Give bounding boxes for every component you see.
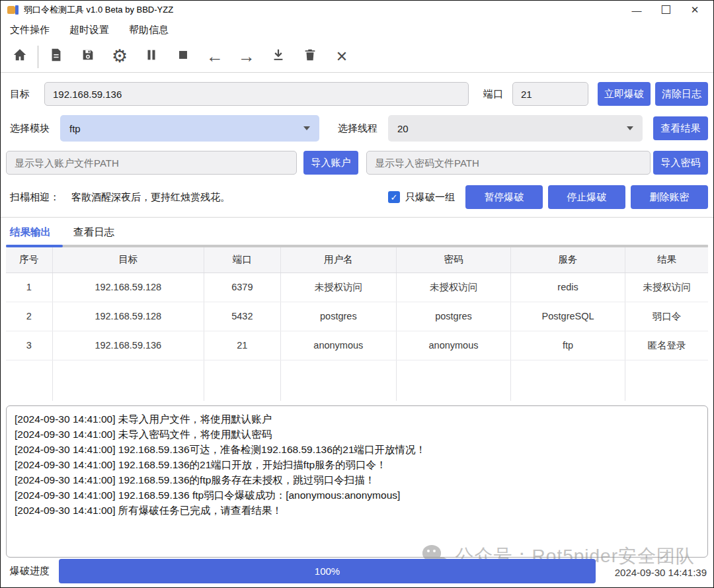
import-account-button[interactable]: 导入账户 bbox=[303, 151, 358, 175]
forward-button[interactable]: → bbox=[234, 44, 259, 69]
download-button[interactable] bbox=[266, 44, 291, 69]
download-icon bbox=[271, 48, 286, 66]
target-row: 目标 端口 立即爆破 清除日志 bbox=[6, 77, 708, 111]
arrow-left-icon: ← bbox=[206, 46, 223, 67]
col-password: 密码 bbox=[396, 247, 510, 273]
status-bar: 爆破进度 100% 2024-09-30 14:41:39 bbox=[1, 558, 713, 587]
delete-button[interactable] bbox=[298, 44, 323, 69]
col-result: 结果 bbox=[625, 247, 708, 273]
table-header-row: 序号 目标 端口 用户名 密码 服务 结果 bbox=[6, 247, 708, 273]
progress-fill: 100% bbox=[59, 559, 596, 583]
module-row: 选择模块 ftp 选择线程 20 查看结果 bbox=[6, 111, 708, 146]
col-target: 目标 bbox=[52, 247, 204, 273]
log-line: [2024-09-30 14:41:00] 未导入用户文件，将使用默认账户 bbox=[15, 411, 699, 427]
stop-attack-button[interactable]: 停止爆破 bbox=[548, 185, 625, 209]
table-row[interactable]: 1 192.168.59.128 6379 未授权访问 未授权访问 redis … bbox=[6, 273, 708, 302]
file-icon bbox=[49, 48, 63, 66]
port-input[interactable] bbox=[512, 82, 588, 106]
save-icon bbox=[81, 48, 95, 66]
import-row: 导入账户 导入密码 bbox=[6, 146, 708, 180]
view-results-button[interactable]: 查看结果 bbox=[653, 116, 708, 140]
pause-attack-button[interactable]: 暂停爆破 bbox=[465, 185, 543, 209]
pause-icon bbox=[144, 48, 159, 66]
table-row[interactable]: 2 192.168.59.128 5432 postgres postgres … bbox=[6, 302, 708, 331]
arrow-right-icon: → bbox=[238, 46, 255, 67]
log-line: [2024-09-30 14:41:00] 192.168.59.136可达，准… bbox=[15, 442, 699, 457]
progress-bar: 100% bbox=[59, 559, 596, 583]
menu-file-operations[interactable]: 文件操作 bbox=[10, 24, 50, 36]
toolbar: ⚙ ← → ✕ bbox=[1, 41, 713, 73]
close-icon: ✕ bbox=[691, 4, 699, 16]
checkbox-checked-icon[interactable]: ✓ bbox=[388, 191, 400, 203]
module-select[interactable]: ftp bbox=[60, 115, 319, 142]
tab-view-log[interactable]: 查看日志 bbox=[73, 226, 114, 245]
only-one-group-option[interactable]: ✓ 只爆破一组 bbox=[388, 191, 455, 204]
col-index: 序号 bbox=[6, 247, 52, 273]
window-title: 弱口令检测工具 v1.0 Beta by BBD-YZZ bbox=[24, 4, 173, 16]
checkbox-label: 只爆破一组 bbox=[405, 191, 455, 204]
tab-active-indicator bbox=[6, 245, 63, 247]
log-line: [2024-09-30 14:41:00] 192.168.59.136的ftp… bbox=[15, 472, 699, 487]
log-output[interactable]: [2024-09-30 14:41:00] 未导入用户文件，将使用默认账户 [2… bbox=[6, 405, 708, 558]
thread-select[interactable]: 20 bbox=[388, 115, 643, 142]
chevron-down-icon bbox=[303, 126, 310, 130]
delete-credentials-button[interactable]: 删除账密 bbox=[631, 185, 708, 209]
close-x-icon: ✕ bbox=[336, 48, 348, 65]
col-port: 端口 bbox=[204, 247, 280, 273]
results-table: 序号 目标 端口 用户名 密码 服务 结果 1 192.168.59.128 6… bbox=[6, 247, 708, 401]
home-button[interactable] bbox=[7, 44, 32, 69]
password-file-input[interactable] bbox=[366, 151, 651, 175]
progress-label: 爆破进度 bbox=[10, 565, 50, 577]
module-label: 选择模块 bbox=[10, 122, 50, 135]
log-line: [2024-09-30 14:41:00] 所有爆破任务已完成，请查看结果！ bbox=[15, 503, 699, 518]
start-attack-button[interactable]: 立即爆破 bbox=[598, 82, 651, 106]
minimize-button[interactable]: — bbox=[622, 1, 651, 19]
new-file-button[interactable] bbox=[44, 44, 69, 69]
thread-label: 选择线程 bbox=[338, 122, 377, 135]
app-icon bbox=[7, 5, 19, 15]
stop-button[interactable] bbox=[171, 44, 196, 69]
settings-button[interactable]: ⚙ bbox=[107, 44, 132, 69]
back-button[interactable]: ← bbox=[202, 44, 227, 69]
menu-help-info[interactable]: 帮助信息 bbox=[129, 24, 169, 36]
close-button[interactable]: ✕ bbox=[680, 1, 709, 19]
home-icon bbox=[13, 48, 27, 66]
account-file-input[interactable] bbox=[6, 151, 297, 175]
tab-results-output[interactable]: 结果输出 bbox=[10, 226, 51, 245]
greeting-label: 扫榻相迎： bbox=[10, 191, 60, 204]
thread-select-value: 20 bbox=[397, 123, 409, 134]
greeting-text: 客散酒醒深夜后，更持红烛赏残花。 bbox=[71, 191, 230, 204]
maximize-icon: ☐ bbox=[660, 3, 671, 17]
col-service: 服务 bbox=[511, 247, 625, 273]
exit-button[interactable]: ✕ bbox=[329, 44, 354, 69]
maximize-button[interactable]: ☐ bbox=[651, 1, 680, 19]
log-line: [2024-09-30 14:41:00] 192.168.59.136的21端… bbox=[15, 457, 699, 472]
trash-icon bbox=[303, 48, 317, 66]
port-label: 端口 bbox=[483, 88, 503, 101]
progress-percent: 100% bbox=[315, 566, 340, 577]
tab-underline-track bbox=[6, 245, 708, 247]
control-row: 扫榻相迎： 客散酒醒深夜后，更持红烛赏残花。 ✓ 只爆破一组 暂停爆破 停止爆破… bbox=[6, 180, 708, 214]
stop-icon bbox=[176, 48, 190, 66]
toolbar-separator bbox=[38, 46, 38, 68]
tab-bar: 结果输出 查看日志 bbox=[1, 218, 713, 247]
menu-bar: 文件操作 超时设置 帮助信息 bbox=[1, 19, 713, 41]
gear-icon: ⚙ bbox=[112, 48, 128, 65]
import-password-button[interactable]: 导入密码 bbox=[653, 151, 708, 175]
status-timestamp: 2024-09-30 14:41:39 bbox=[615, 567, 707, 583]
module-select-value: ftp bbox=[69, 123, 81, 134]
chevron-down-icon bbox=[627, 126, 633, 130]
save-button[interactable] bbox=[75, 44, 100, 69]
col-username: 用户名 bbox=[280, 247, 396, 273]
pause-button[interactable] bbox=[139, 44, 164, 69]
table-row[interactable]: 3 192.168.59.136 21 anonymous anonymous … bbox=[6, 331, 708, 360]
clear-log-button[interactable]: 清除日志 bbox=[655, 82, 708, 106]
menu-timeout-settings[interactable]: 超时设置 bbox=[69, 24, 109, 36]
table-empty-area bbox=[6, 360, 708, 401]
log-line: [2024-09-30 14:41:00] 未导入密码文件，将使用默认密码 bbox=[15, 427, 699, 442]
title-bar: 弱口令检测工具 v1.0 Beta by BBD-YZZ — ☐ ✕ bbox=[1, 1, 713, 19]
target-label: 目标 bbox=[10, 88, 30, 101]
log-line: [2024-09-30 14:41:00] 192.168.59.136 ftp… bbox=[15, 487, 699, 503]
minimize-icon: — bbox=[632, 5, 642, 16]
target-input[interactable] bbox=[44, 82, 469, 106]
